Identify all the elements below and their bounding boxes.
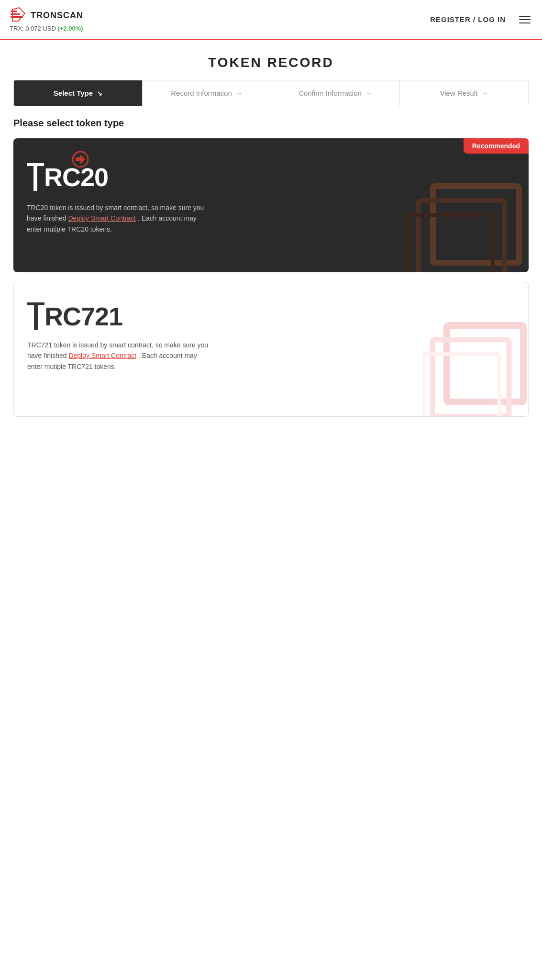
svg-rect-5 xyxy=(33,163,37,191)
header-left: TRONSCAN TRX: 0.072 USD (+2.00%) xyxy=(10,7,83,32)
hamburger-line-3 xyxy=(519,22,531,23)
trc20-t-icon xyxy=(27,163,44,191)
register-login-link[interactable]: REGISTER / LOG IN xyxy=(430,15,506,23)
trc20-card-body: RC20 TRC20 token is issued by smart cont… xyxy=(13,138,529,272)
trx-price: TRX: 0.072 USD (+2.00%) xyxy=(10,25,83,32)
stepper: Select Type ↘ Record Information → Confi… xyxy=(13,80,529,106)
step-select-type[interactable]: Select Type ↘ xyxy=(14,80,143,106)
page-title: TOKEN RECORD xyxy=(10,55,532,70)
trc20-deco-lines xyxy=(404,177,529,272)
trc721-card-body: RC721 TRC721 token is issued by smart co… xyxy=(14,282,528,416)
logo-row: TRONSCAN xyxy=(10,7,83,24)
step-confirm-information-arrow: → xyxy=(365,89,372,97)
step-record-information[interactable]: Record Information → xyxy=(143,80,271,106)
header: TRONSCAN TRX: 0.072 USD (+2.00%) REGISTE… xyxy=(0,0,542,40)
logo-text: TRONSCAN xyxy=(31,11,83,21)
step-view-result-arrow: → xyxy=(481,89,488,97)
trc721-card[interactable]: RC721 TRC721 token is issued by smart co… xyxy=(13,282,529,417)
step-confirm-information-label: Confirm Information xyxy=(299,89,362,97)
trc721-deco-lines xyxy=(423,321,528,416)
trc721-description: TRC721 token is issued by smart contract… xyxy=(27,340,209,372)
step-record-information-label: Record Information xyxy=(171,89,232,97)
step-view-result-label: View Result xyxy=(440,89,478,97)
svg-rect-0 xyxy=(11,11,17,12)
trc20-card[interactable]: Recommended RC20 TRC20 token is issued b… xyxy=(13,138,529,272)
trc721-deploy-link[interactable]: Deploy Smart Contract xyxy=(68,352,136,359)
step-record-information-arrow: → xyxy=(236,89,243,97)
step-select-type-label: Select Type xyxy=(54,89,93,97)
main-content: Please select token type Recommended RC2… xyxy=(13,118,529,417)
tronscan-logo-icon xyxy=(10,7,27,24)
trx-change: (+2.00%) xyxy=(57,25,83,32)
hamburger-menu[interactable] xyxy=(517,14,532,25)
trc20-accent-icon xyxy=(71,150,90,169)
select-prompt: Please select token type xyxy=(13,118,529,129)
step-view-result[interactable]: View Result → xyxy=(400,80,528,106)
page-title-section: TOKEN RECORD xyxy=(0,40,542,80)
header-right: REGISTER / LOG IN xyxy=(430,14,532,25)
svg-rect-13 xyxy=(447,325,523,402)
svg-marker-7 xyxy=(76,155,85,164)
svg-rect-12 xyxy=(34,302,38,330)
hamburger-line-1 xyxy=(519,16,531,17)
step-select-type-arrow: ↘ xyxy=(97,89,102,97)
trc20-description: TRC20 token is issued by smart contract,… xyxy=(27,202,209,234)
hamburger-line-2 xyxy=(519,19,531,20)
trc721-t-icon xyxy=(27,302,44,330)
trc721-text: RC721 xyxy=(44,303,122,329)
step-confirm-information[interactable]: Confirm Information → xyxy=(271,80,400,106)
trc20-deploy-link[interactable]: Deploy Smart Contract xyxy=(68,214,136,222)
